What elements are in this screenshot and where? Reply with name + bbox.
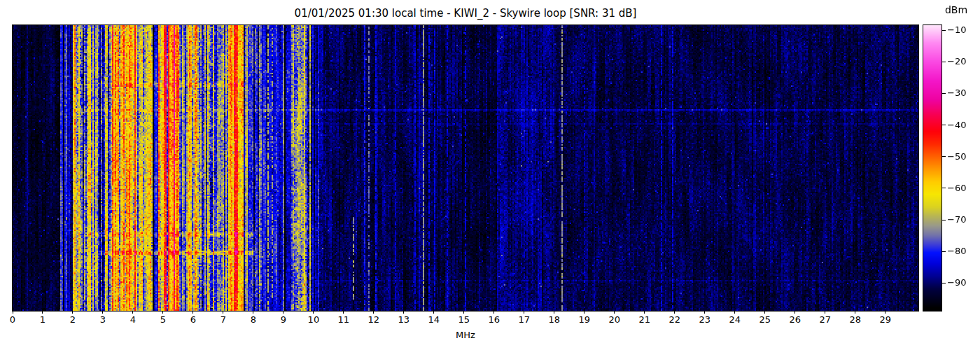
colorbar-tick-label: −30	[947, 88, 975, 98]
x-tick-mark	[493, 311, 494, 314]
x-tick-label: 27	[813, 314, 837, 325]
x-tick-label: 9	[272, 314, 295, 325]
x-tick-label: 22	[663, 314, 687, 325]
x-tick-label: 10	[302, 314, 326, 325]
x-tick-label: 28	[844, 314, 867, 325]
x-tick-mark	[704, 311, 705, 314]
x-tick-mark	[403, 311, 404, 314]
colorbar-tick-mark	[942, 125, 946, 125]
plot-frame	[12, 24, 919, 312]
colorbar-unit-label: dBm	[935, 4, 977, 15]
colorbar-tick-label: −10	[947, 24, 975, 35]
x-tick-mark	[794, 311, 795, 314]
colorbar-gradient-canvas	[923, 25, 941, 311]
x-tick-label: 17	[512, 314, 536, 325]
spectrogram-canvas	[13, 25, 918, 311]
x-tick-mark	[524, 311, 524, 314]
colorbar-tick-mark	[942, 62, 946, 62]
x-tick-mark	[825, 311, 825, 314]
colorbar-tick-mark	[942, 156, 946, 157]
x-tick-label: 29	[874, 314, 897, 325]
x-tick-label: 3	[91, 314, 115, 325]
x-tick-label: 12	[362, 314, 386, 325]
x-tick-label: 4	[121, 314, 145, 325]
colorbar-tick-label: −80	[947, 246, 975, 256]
x-tick-mark	[13, 311, 13, 314]
x-tick-mark	[433, 311, 434, 314]
x-tick-label: 24	[723, 314, 747, 325]
x-tick-mark	[42, 311, 43, 314]
x-tick-label: 16	[482, 314, 506, 325]
x-tick-mark	[764, 311, 765, 314]
x-tick-label: 18	[542, 314, 566, 325]
colorbar-tick-label: −90	[947, 277, 975, 288]
colorbar	[923, 24, 942, 312]
x-tick-mark	[644, 311, 645, 314]
x-tick-label: 2	[61, 314, 85, 325]
x-tick-mark	[584, 311, 584, 314]
x-tick-mark	[313, 311, 314, 314]
x-axis-label: MHz	[13, 330, 918, 340]
x-tick-label: 26	[783, 314, 807, 325]
colorbar-tick-mark	[942, 283, 946, 284]
x-tick-label: 15	[452, 314, 476, 325]
x-tick-mark	[343, 311, 344, 314]
x-tick-mark	[102, 311, 103, 314]
x-tick-mark	[614, 311, 615, 314]
x-tick-mark	[132, 311, 133, 314]
colorbar-tick-label: −70	[947, 214, 975, 225]
x-tick-label: 1	[31, 314, 55, 325]
colorbar-tick-label: −20	[947, 56, 975, 66]
x-tick-mark	[253, 311, 253, 314]
colorbar-tick-mark	[942, 30, 946, 31]
spectrogram-figure: 01/01/2025 01:30 local time - KIWI_2 - S…	[0, 0, 980, 350]
x-tick-mark	[283, 311, 284, 314]
x-tick-mark	[223, 311, 223, 314]
colorbar-tick-label: −50	[947, 151, 975, 162]
x-tick-mark	[463, 311, 464, 314]
x-tick-label: 7	[211, 314, 235, 325]
x-tick-mark	[373, 311, 374, 314]
x-tick-label: 25	[753, 314, 777, 325]
colorbar-tick-mark	[942, 220, 946, 220]
x-tick-mark	[885, 311, 886, 314]
x-tick-mark	[855, 311, 855, 314]
x-tick-label: 6	[181, 314, 205, 325]
colorbar-tick-label: −60	[947, 183, 975, 193]
x-tick-label: 14	[422, 314, 446, 325]
x-tick-label: 11	[332, 314, 356, 325]
x-tick-mark	[554, 311, 554, 314]
x-tick-mark	[72, 311, 73, 314]
x-tick-label: 23	[693, 314, 717, 325]
x-tick-label: 19	[573, 314, 596, 325]
colorbar-tick-mark	[942, 93, 946, 94]
colorbar-tick-mark	[942, 188, 946, 188]
x-tick-label: 21	[633, 314, 657, 325]
colorbar-tick-mark	[942, 251, 946, 252]
x-tick-label: 20	[603, 314, 626, 325]
x-tick-label: 0	[1, 314, 24, 325]
x-tick-label: 5	[151, 314, 175, 325]
x-tick-mark	[734, 311, 735, 314]
x-tick-label: 13	[392, 314, 416, 325]
chart-title: 01/01/2025 01:30 local time - KIWI_2 - S…	[13, 7, 918, 20]
x-tick-label: 8	[241, 314, 265, 325]
x-tick-mark	[162, 311, 163, 314]
x-tick-mark	[192, 311, 193, 314]
x-tick-mark	[674, 311, 675, 314]
colorbar-tick-label: −40	[947, 120, 975, 130]
